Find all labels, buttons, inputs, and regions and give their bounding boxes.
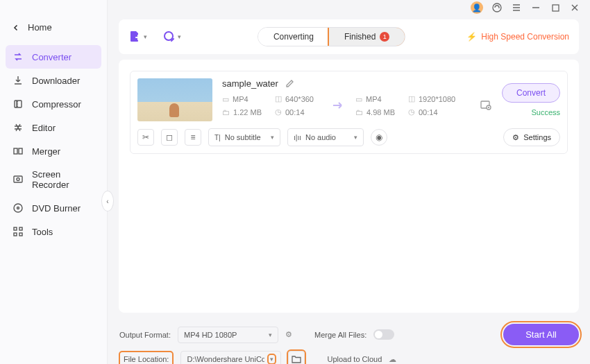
support-icon[interactable]: [491, 2, 503, 13]
audio-select[interactable]: ı|ıı No audio ▾: [287, 128, 364, 146]
lightning-icon: ⚡: [466, 32, 477, 42]
downloader-icon: [12, 75, 24, 86]
tab-finished[interactable]: Finished 1: [329, 28, 405, 46]
svg-rect-16: [19, 227, 22, 230]
svg-rect-18: [19, 233, 22, 236]
footer: Output Format: MP4 HD 1080P ▾ ⚙ Merge Al…: [108, 318, 590, 364]
svg-point-12: [17, 178, 19, 181]
convert-button[interactable]: Convert: [502, 83, 560, 103]
close-icon[interactable]: [569, 2, 580, 13]
merge-toggle[interactable]: [373, 329, 394, 340]
svg-rect-5: [553, 5, 559, 11]
sidebar-item-downloader[interactable]: Downloader: [0, 69, 107, 92]
clock-icon: ◷: [408, 107, 415, 116]
crop-button[interactable]: ◻: [161, 129, 178, 146]
video-icon: ▭: [355, 95, 362, 104]
output-settings-icon[interactable]: ⚙: [285, 330, 292, 339]
svg-rect-11: [14, 176, 22, 182]
folder-icon: 🗀: [222, 108, 230, 116]
subtitle-icon: T|: [214, 134, 221, 141]
status-tabs: Converting Finished 1: [258, 27, 405, 46]
trim-button[interactable]: ✂: [137, 129, 154, 146]
merger-icon: [12, 146, 24, 157]
svg-rect-9: [14, 148, 17, 154]
chevron-down-icon: ▾: [271, 134, 274, 141]
svg-point-13: [14, 204, 22, 212]
minimize-icon[interactable]: [530, 2, 541, 13]
subtitle-select[interactable]: T| No subtitle ▾: [208, 128, 280, 146]
tab-converting[interactable]: Converting: [258, 28, 329, 46]
dvd-burner-icon: [12, 202, 24, 214]
svg-rect-15: [14, 227, 17, 230]
open-folder-button[interactable]: [288, 351, 305, 364]
gear-icon: ⚙: [512, 133, 519, 142]
svg-rect-20: [137, 35, 139, 40]
output-format-label: Output Format:: [119, 331, 171, 339]
converter-icon: [12, 51, 24, 62]
svg-rect-17: [14, 233, 17, 236]
add-file-button[interactable]: ▾: [128, 30, 147, 44]
chevron-down-icon: ▾: [178, 33, 181, 40]
chevron-left-icon: [12, 24, 19, 31]
status-label: Success: [531, 108, 560, 116]
file-location-select[interactable]: D:\Wondershare UniConverter 1 ▾: [180, 351, 281, 364]
sidebar-item-label: Editor: [32, 123, 56, 133]
cloud-icon[interactable]: ☁: [389, 355, 396, 364]
upload-cloud-label: Upload to Cloud: [327, 355, 382, 363]
add-url-button[interactable]: ▾: [162, 30, 181, 44]
sidebar-item-editor[interactable]: Editor: [0, 116, 107, 139]
target-format-icon[interactable]: [480, 99, 492, 112]
effects-button[interactable]: ≡: [185, 129, 201, 146]
svg-rect-10: [19, 148, 22, 154]
arrow-right-icon: [332, 101, 346, 110]
home-link[interactable]: Home: [0, 15, 107, 40]
sidebar-item-dvd-burner[interactable]: DVD Burner: [0, 196, 107, 220]
svg-point-14: [17, 207, 19, 209]
finished-count-badge: 1: [380, 32, 389, 42]
file-location-label: File Location:: [119, 351, 174, 364]
sidebar-item-label: Screen Recorder: [32, 169, 94, 190]
sidebar-item-tools[interactable]: Tools: [0, 220, 107, 243]
preview-button[interactable]: ◉: [371, 129, 387, 146]
output-format-select[interactable]: MP4 HD 1080P ▾: [178, 327, 278, 343]
editor-icon: [12, 122, 24, 133]
sidebar-item-label: Converter: [32, 52, 71, 62]
toolbar: ▾ ▾ Converting Finished 1 ⚡ High Speed C…: [119, 19, 579, 54]
high-speed-link[interactable]: ⚡ High Speed Conversion: [466, 32, 569, 42]
video-thumbnail[interactable]: [137, 78, 212, 121]
svg-point-0: [493, 3, 501, 12]
start-all-button[interactable]: Start All: [503, 324, 579, 345]
sidebar-item-screen-recorder[interactable]: Screen Recorder: [0, 163, 107, 196]
merge-label: Merge All Files:: [314, 331, 366, 339]
screen-recorder-icon: [12, 174, 24, 185]
chevron-down-icon: ▾: [269, 331, 272, 338]
tools-icon: [12, 226, 24, 237]
sidebar-item-label: Merger: [32, 146, 60, 157]
edit-name-icon[interactable]: [285, 79, 294, 88]
resolution-icon: ◫: [275, 94, 282, 103]
sidebar: Home Converter Downloader Compressor Edi…: [0, 0, 108, 364]
audio-icon: ı|ıı: [294, 134, 301, 141]
user-avatar[interactable]: 👤: [471, 1, 483, 14]
svg-point-21: [165, 32, 173, 40]
sidebar-item-label: Compressor: [32, 99, 81, 110]
sidebar-item-label: DVD Burner: [32, 203, 81, 214]
settings-button[interactable]: ⚙ Settings: [503, 128, 560, 146]
menu-icon[interactable]: [511, 2, 522, 13]
folder-icon: 🗀: [355, 108, 363, 116]
file-card: sample_water ▭MP4 🗀1.22 MB ◫640*360 ◷00:…: [130, 71, 568, 154]
chevron-down-icon: ▾: [354, 134, 357, 141]
sidebar-item-converter[interactable]: Converter: [6, 45, 101, 69]
video-icon: ▭: [222, 95, 229, 104]
sidebar-item-label: Tools: [32, 227, 53, 237]
sidebar-item-merger[interactable]: Merger: [0, 139, 107, 163]
home-label: Home: [28, 22, 52, 33]
sidebar-item-compressor[interactable]: Compressor: [0, 92, 107, 116]
clock-icon: ◷: [275, 107, 282, 116]
chevron-down-icon[interactable]: ▾: [269, 355, 275, 363]
chevron-down-icon: ▾: [144, 33, 147, 40]
resolution-icon: ◫: [408, 94, 415, 103]
sidebar-item-label: Downloader: [32, 76, 80, 86]
compressor-icon: [12, 98, 24, 110]
maximize-icon[interactable]: [550, 2, 561, 13]
